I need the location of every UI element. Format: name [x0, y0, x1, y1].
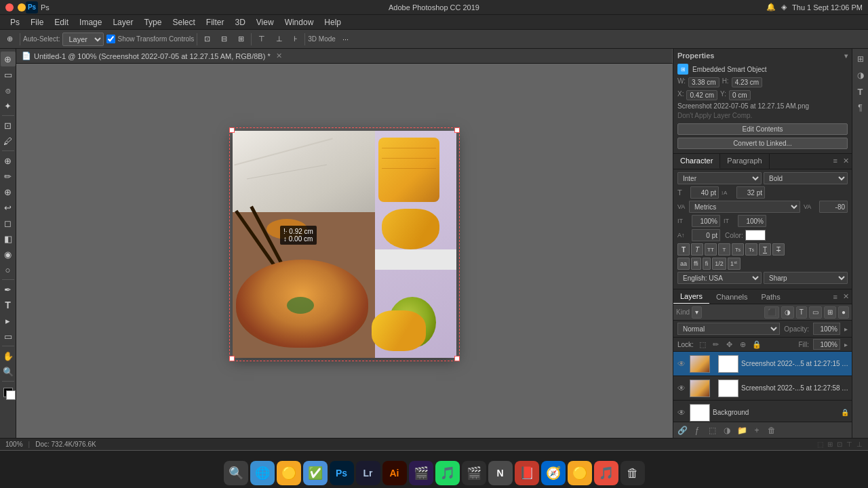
- italic-btn[interactable]: T: [691, 243, 703, 256]
- dock-trash[interactable]: 🗑: [620, 461, 645, 485]
- width-value[interactable]: 3.38 cm: [688, 77, 719, 87]
- menu-3d[interactable]: 3D: [230, 16, 250, 28]
- paths-tab[interactable]: Paths: [755, 290, 787, 304]
- lock-position-btn[interactable]: ✥: [725, 340, 734, 349]
- convert-linked-button[interactable]: Convert to Linked...: [677, 138, 848, 149]
- dock-chrome[interactable]: 🌐: [250, 461, 275, 485]
- show-transform-checkbox[interactable]: [106, 35, 115, 43]
- magic-wand-tool[interactable]: ✦: [1, 98, 16, 113]
- dock-notes[interactable]: 📕: [515, 461, 539, 485]
- transform-handle-tl[interactable]: [229, 127, 235, 133]
- spot-heal-tool[interactable]: ⊕: [1, 153, 16, 168]
- align-right-btn[interactable]: ⊞: [234, 32, 248, 47]
- ligatures-btn[interactable]: aa: [677, 258, 690, 270]
- distribute-mid-btn[interactable]: ⊥: [272, 32, 287, 47]
- dock-safari[interactable]: 🧭: [541, 461, 566, 485]
- align-left-btn[interactable]: ⊡: [200, 32, 214, 47]
- layers-panel-menu-btn[interactable]: ≡: [831, 290, 840, 304]
- brush-tool[interactable]: ✏: [1, 169, 16, 184]
- menu-layer[interactable]: Layer: [108, 16, 138, 28]
- link-layers-btn[interactable]: 🔗: [676, 424, 688, 436]
- layer-item[interactable]: 👁 Screenshot 2022-...5 at 12:27:15 AM: [673, 352, 852, 376]
- underline-btn[interactable]: T: [759, 243, 771, 256]
- dock-app14[interactable]: 🟡: [568, 461, 592, 485]
- layer-vis-3[interactable]: 👁: [676, 407, 687, 418]
- selection-tool[interactable]: ▭: [1, 67, 16, 82]
- smallcaps-btn[interactable]: T: [718, 243, 730, 256]
- paragraph-tab[interactable]: Paragraph: [720, 154, 769, 169]
- dock-spotify[interactable]: 🎵: [435, 461, 460, 485]
- lock-transparent-btn[interactable]: ⬚: [698, 340, 707, 349]
- fractions-btn[interactable]: 1/2: [712, 258, 726, 270]
- allcaps-btn[interactable]: TT: [705, 243, 717, 256]
- lasso-tool[interactable]: ⌾: [1, 83, 16, 98]
- dock-lightroom[interactable]: Lr: [356, 461, 380, 485]
- properties-icon-btn[interactable]: ⊞: [853, 52, 868, 66]
- layers-panel-close-btn[interactable]: ✕: [840, 289, 852, 304]
- transform-handle-br[interactable]: [454, 356, 460, 361]
- adjust-filter-btn[interactable]: ◑: [781, 306, 794, 319]
- dock-notion[interactable]: N: [488, 461, 513, 485]
- ordinals-btn[interactable]: 1ˢᵗ: [728, 258, 741, 270]
- fill-chevron[interactable]: ▸: [844, 341, 848, 348]
- lock-pixels-btn[interactable]: ✏: [711, 340, 721, 349]
- strikethrough-btn[interactable]: T: [772, 243, 785, 256]
- pen-tool[interactable]: ✒: [1, 282, 16, 297]
- char-panel-menu-btn[interactable]: ≡: [831, 154, 840, 169]
- transform-handle-tr[interactable]: [454, 127, 460, 133]
- discretionary-ligs-btn[interactable]: ffi: [691, 258, 701, 270]
- color-swatch[interactable]: [745, 230, 766, 241]
- dock-photoshop[interactable]: Ps: [330, 461, 354, 485]
- menu-view[interactable]: View: [252, 16, 279, 28]
- stamp-tool[interactable]: ⊕: [1, 184, 16, 199]
- character-tab[interactable]: Character: [673, 154, 720, 169]
- menu-window[interactable]: Window: [280, 16, 319, 28]
- align-center-btn[interactable]: ⊟: [217, 32, 231, 47]
- add-style-btn[interactable]: ƒ: [691, 424, 703, 436]
- delete-layer-btn[interactable]: 🗑: [766, 424, 778, 436]
- move-tool[interactable]: ⊕: [1, 52, 16, 66]
- crop-tool[interactable]: ⊡: [1, 118, 16, 133]
- kind-filter-dropdown[interactable]: ▾: [692, 306, 702, 319]
- distribute-bottom-btn[interactable]: ⊦: [290, 32, 302, 47]
- new-layer-btn[interactable]: +: [751, 424, 763, 436]
- dock-app3[interactable]: 🟡: [277, 461, 301, 485]
- font-family-select[interactable]: Inter: [677, 172, 762, 184]
- adjustments-icon-btn[interactable]: ◑: [853, 68, 868, 83]
- path-selection-tool[interactable]: ▸: [1, 313, 16, 328]
- dock-davinci[interactable]: 🎬: [409, 461, 433, 485]
- lock-all-btn[interactable]: 🔒: [752, 340, 762, 349]
- add-mask-btn[interactable]: ⬚: [706, 424, 718, 436]
- leading-input[interactable]: [736, 186, 765, 199]
- auto-select-dropdown[interactable]: Layer Group: [62, 33, 104, 46]
- font-style-select[interactable]: Bold Regular Italic: [764, 172, 848, 184]
- y-value[interactable]: 0 cm: [729, 90, 751, 100]
- anti-alias-select[interactable]: Sharp Strong Crisp Smooth: [764, 272, 848, 284]
- superscript-btn[interactable]: Ts: [732, 243, 744, 256]
- zoom-tool[interactable]: 🔍: [1, 364, 16, 379]
- menu-image[interactable]: Image: [75, 16, 106, 28]
- menu-type[interactable]: Type: [139, 16, 166, 28]
- properties-collapse-btn[interactable]: ▾: [844, 52, 848, 60]
- 3d-mode-btn[interactable]: ···: [338, 32, 353, 47]
- menu-edit[interactable]: Edit: [50, 16, 73, 28]
- channels-tab[interactable]: Channels: [709, 290, 754, 304]
- type-tool[interactable]: T: [1, 298, 16, 312]
- layer-item-3[interactable]: 👁 Background 🔒: [673, 401, 852, 422]
- opacity-input[interactable]: [813, 323, 840, 335]
- minimize-button[interactable]: [18, 3, 26, 12]
- opacity-chevron[interactable]: ▸: [844, 325, 848, 333]
- transform-handle-bl[interactable]: [229, 356, 235, 361]
- document-tab[interactable]: 📄 Untitled-1 @ 100% (Screenshot 2022-07-…: [16, 49, 673, 64]
- type-filter-btn[interactable]: T: [796, 306, 807, 319]
- new-group-btn[interactable]: 📁: [736, 424, 748, 436]
- edit-contents-button[interactable]: Edit Contents: [677, 123, 848, 135]
- layer-vis-2[interactable]: 👁: [676, 383, 687, 394]
- dock-illustrator[interactable]: Ai: [382, 461, 407, 485]
- hand-tool[interactable]: ✋: [1, 348, 16, 363]
- smart-filter-btn[interactable]: ⊞: [824, 306, 836, 319]
- canvas-background[interactable]: !· 0.92 cm ↕ 0.00 cm: [16, 64, 673, 438]
- pixel-filter-btn[interactable]: ⬛: [764, 306, 779, 319]
- move-tool-btn[interactable]: ⊕: [3, 32, 17, 47]
- height-value[interactable]: 4.23 cm: [732, 77, 763, 87]
